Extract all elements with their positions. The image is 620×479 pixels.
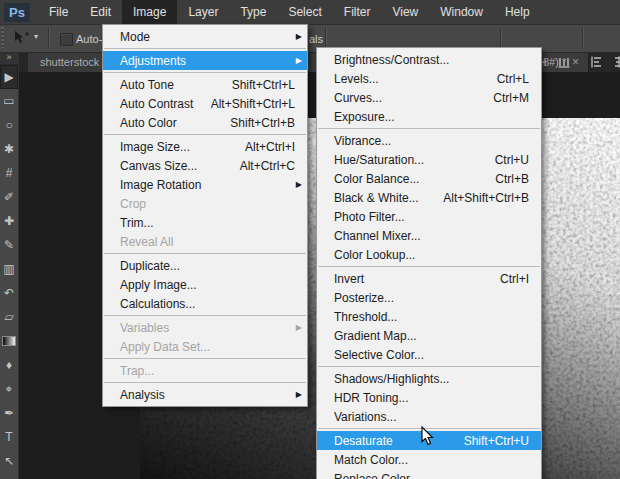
menu-item-label: Levels... [334,72,483,86]
menubar-item-window[interactable]: Window [429,0,494,24]
menu-item-vibrance[interactable]: Vibrance... [317,131,541,150]
type-tool[interactable]: T [0,425,18,449]
menu-item-channel-mixer[interactable]: Channel Mixer... [317,226,541,245]
menu-item-brightness-contrast[interactable]: Brightness/Contrast... [317,50,541,69]
menu-item-adjustments[interactable]: Adjustments▶ [103,51,307,70]
menu-item-label: Trap... [120,364,295,378]
menu-item-photo-filter[interactable]: Photo Filter... [317,207,541,226]
menu-item-image-rotation[interactable]: Image Rotation▶ [103,175,307,194]
menu-separator [104,358,306,359]
eraser-tool[interactable]: ▱ [0,305,18,329]
menubar-item-filter[interactable]: Filter [333,0,382,24]
photoshop-logo: Ps [4,3,30,22]
spot-healing-brush-tool[interactable]: ✚ [0,209,18,233]
menu-separator [318,266,540,267]
menubar-item-type[interactable]: Type [229,0,277,24]
menu-separator [104,134,306,135]
dodge-tool[interactable]: ⌖ [0,377,18,401]
menu-separator [104,48,306,49]
menu-item-auto-color[interactable]: Auto ColorShift+Ctrl+B [103,113,307,132]
menubar-item-view[interactable]: View [381,0,429,24]
menu-item-hue-saturation[interactable]: Hue/Saturation...Ctrl+U [317,150,541,169]
menu-item-hdr-toning[interactable]: HDR Toning... [317,388,541,407]
clone-stamp-tool-icon: ▥ [3,262,14,276]
menu-item-label: Auto Contrast [120,97,197,111]
menu-item-auto-contrast[interactable]: Auto ContrastAlt+Shift+Ctrl+L [103,94,307,113]
submenu-arrow-icon: ▶ [296,180,302,189]
menu-item-color-lookup[interactable]: Color Lookup... [317,245,541,264]
menu-item-duplicate[interactable]: Duplicate... [103,256,307,275]
eyedropper-tool[interactable]: ✐ [0,185,18,209]
clone-stamp-tool[interactable]: ▥ [0,257,18,281]
tool-preset-caret-icon[interactable]: ▾ [34,32,38,41]
menu-item-posterize[interactable]: Posterize... [317,288,541,307]
menu-item-gradient-map[interactable]: Gradient Map... [317,326,541,345]
menubar-item-image[interactable]: Image [122,0,177,24]
distribute-horizontal-centers-icon[interactable] [612,55,620,69]
menu-item-trim[interactable]: Trim... [103,213,307,232]
menu-item-label: HDR Toning... [334,391,529,405]
quick-selection-tool[interactable]: ✱ [0,137,18,161]
menu-item-black-white[interactable]: Black & White...Alt+Shift+Ctrl+B [317,188,541,207]
menu-item-mode[interactable]: Mode▶ [103,27,307,46]
menu-item-shortcut: Shift+Ctrl+B [230,116,295,130]
crop-tool[interactable]: # [0,161,18,185]
panel-collapse-icon[interactable]: » [0,52,18,65]
rectangular-marquee-tool[interactable]: ▭ [0,89,18,113]
options-bar-grip[interactable] [1,27,4,48]
auto-select-checkbox[interactable] [60,33,73,46]
history-brush-tool[interactable]: ↶ [0,281,18,305]
tab-close-icon[interactable]: × [572,55,579,69]
menu-item-shortcut: Shift+Ctrl+U [464,434,529,448]
menu-item-auto-tone[interactable]: Auto ToneShift+Ctrl+L [103,75,307,94]
menu-item-curves[interactable]: Curves...Ctrl+M [317,88,541,107]
menu-item-shadows-highlights[interactable]: Shadows/Highlights... [317,369,541,388]
menu-item-levels[interactable]: Levels...Ctrl+L [317,69,541,88]
menu-item-apply-image[interactable]: Apply Image... [103,275,307,294]
image-menu-dropdown: Mode▶Adjustments▶Auto ToneShift+Ctrl+LAu… [102,24,308,407]
menu-item-label: Duplicate... [120,259,295,273]
menubar-item-file[interactable]: File [38,0,79,24]
pen-tool[interactable]: ✒ [0,401,18,425]
menu-item-analysis[interactable]: Analysis▶ [103,385,307,404]
menu-item-shortcut: Ctrl+U [495,153,529,167]
gradient-tool[interactable] [0,329,18,353]
menu-item-threshold[interactable]: Threshold... [317,307,541,326]
menu-item-image-size[interactable]: Image Size...Alt+Ctrl+I [103,137,307,156]
menu-item-match-color[interactable]: Match Color... [317,450,541,469]
blur-tool[interactable]: ♦ [0,353,18,377]
menu-item-canvas-size[interactable]: Canvas Size...Alt+Ctrl+C [103,156,307,175]
menu-item-replace-color[interactable]: Replace Color... [317,469,541,479]
submenu-arrow-icon: ▶ [296,32,302,41]
menu-item-variations[interactable]: Variations... [317,407,541,426]
menubar-item-edit[interactable]: Edit [79,0,122,24]
lasso-tool[interactable]: ○ [0,113,18,137]
show-transform-controls-label-fragment: als [309,33,323,45]
brush-tool[interactable]: ✎ [0,233,18,257]
menu-item-selective-color[interactable]: Selective Color... [317,345,541,364]
adjustments-submenu: Brightness/Contrast...Levels...Ctrl+LCur… [316,47,542,479]
submenu-arrow-icon: ▶ [296,56,302,65]
menu-item-calculations[interactable]: Calculations... [103,294,307,313]
path-selection-tool[interactable]: ↖ [0,449,18,473]
menubar-item-select[interactable]: Select [277,0,332,24]
menu-item-exposure[interactable]: Exposure... [317,107,541,126]
history-brush-tool-icon: ↶ [4,286,14,300]
quick-selection-tool-icon: ✱ [4,142,14,156]
options-separator [325,28,327,48]
menu-item-invert[interactable]: InvertCtrl+I [317,269,541,288]
menubar-item-layer[interactable]: Layer [177,0,229,24]
move-tool[interactable]: ▶ [0,65,18,89]
menu-item-label: Selective Color... [334,348,529,362]
menu-item-shortcut: Ctrl+L [497,72,529,86]
menu-item-color-balance[interactable]: Color Balance...Ctrl+B [317,169,541,188]
distribute-bottom-edges-icon[interactable] [557,55,571,69]
menu-separator [104,382,306,383]
distribute-left-edges-icon[interactable] [590,55,604,69]
menu-item-label: Shadows/Highlights... [334,372,529,386]
menu-item-label: Match Color... [334,453,529,467]
menubar-item-help[interactable]: Help [494,0,541,24]
move-tool-preset-icon[interactable] [13,30,30,45]
menu-item-crop: Crop [103,194,307,213]
menu-item-reveal-all: Reveal All [103,232,307,251]
